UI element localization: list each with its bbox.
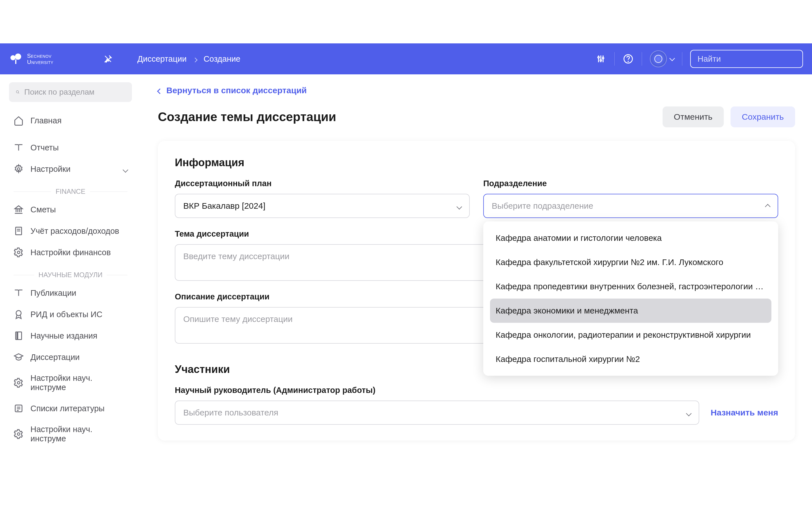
save-button[interactable]: Сохранить: [730, 107, 795, 127]
sidebar-item-rid[interactable]: РИД и объекты ИС: [9, 304, 132, 325]
sidebar: Главная Отчеты Настройки FINANCE: [0, 74, 141, 507]
plan-value: ВКР Бакалавр [2024]: [183, 201, 265, 211]
supervisor-label: Научный руководитель (Администратор рабо…: [175, 386, 778, 395]
sidebar-item-label: РИД и объекты ИС: [31, 310, 102, 319]
settings-sliders-icon[interactable]: [595, 53, 606, 64]
global-search-input[interactable]: [698, 54, 800, 64]
gear-icon: [13, 164, 24, 174]
dept-select[interactable]: Выберите подразделение: [483, 194, 778, 218]
journal-icon: [13, 331, 24, 341]
chevron-down-icon: [687, 408, 691, 417]
sidebar-item-label: Настройки финансов: [31, 248, 111, 257]
sidebar-item-accounting[interactable]: Учёт расходов/доходов: [9, 220, 132, 242]
chevron-down-icon: [457, 201, 461, 211]
chevron-up-icon: [766, 201, 770, 211]
back-link[interactable]: Вернуться в список диссертаций: [158, 86, 795, 95]
avatar: [650, 50, 667, 67]
bank-icon: [13, 205, 24, 215]
svg-point-12: [628, 61, 628, 62]
dept-option-1[interactable]: Кафедра факультетской хирургии №2 им. Г.…: [483, 250, 778, 274]
svg-point-9: [600, 60, 601, 61]
form-card: Информация Диссертационный план ВКР Бака…: [158, 141, 795, 441]
pin-icon[interactable]: [102, 53, 114, 64]
gear-icon: [13, 247, 24, 258]
dept-option-5[interactable]: Кафедра госпитальной хирургии №2: [483, 347, 778, 371]
sidebar-item-label: Диссертации: [31, 353, 80, 362]
header: Sechenov University Диссертации Создание: [0, 43, 812, 74]
page-title: Создание темы диссертации: [158, 110, 336, 124]
sidebar-item-estimates[interactable]: Сметы: [9, 199, 132, 220]
sidebar-item-label: Настройки науч. инструме: [31, 425, 128, 443]
svg-point-17: [17, 168, 20, 170]
dept-label: Подразделение: [483, 179, 778, 188]
sidebar-search-input[interactable]: [24, 88, 125, 97]
dept-dropdown: Кафедра анатомии и гистологии человека К…: [483, 221, 778, 376]
sidebar-section-finance: FINANCE: [9, 180, 132, 199]
book-icon: [13, 143, 24, 153]
receipt-icon: [13, 226, 24, 236]
svg-point-22: [16, 311, 21, 316]
section-title-info: Информация: [175, 157, 778, 169]
sidebar-item-bibliography[interactable]: Списки литературы: [9, 398, 132, 419]
chevron-right-icon: [193, 54, 197, 64]
user-menu[interactable]: [650, 50, 674, 67]
sidebar-item-settings[interactable]: Настройки: [9, 158, 132, 180]
sidebar-item-label: Главная: [31, 116, 61, 125]
sidebar-item-dissertations[interactable]: Диссертации: [9, 346, 132, 368]
cancel-button[interactable]: Отменить: [663, 107, 724, 127]
sidebar-item-sci-settings-2[interactable]: Настройки науч. инструме: [9, 419, 132, 449]
sidebar-item-label: Настройки: [31, 165, 70, 174]
search-icon: [16, 88, 20, 96]
plan-select[interactable]: ВКР Бакалавр [2024]: [175, 194, 470, 218]
sidebar-item-home[interactable]: Главная: [9, 110, 132, 131]
svg-point-10: [602, 57, 604, 59]
dept-option-3[interactable]: Кафедра экономики и менеджмента: [490, 298, 771, 323]
svg-point-30: [17, 433, 20, 436]
supervisor-select[interactable]: Выберите пользователя: [175, 400, 699, 425]
back-link-label: Вернуться в список диссертаций: [166, 86, 307, 95]
supervisor-placeholder: Выберите пользователя: [183, 408, 278, 417]
book-icon: [13, 288, 24, 298]
sidebar-item-label: Публикации: [31, 288, 77, 298]
breadcrumb-item-1: Создание: [204, 54, 241, 64]
sidebar-item-label: Отчеты: [31, 143, 59, 152]
global-search[interactable]: [690, 50, 803, 68]
svg-rect-24: [17, 332, 18, 340]
logo-text: Sechenov University: [27, 53, 53, 65]
cap-icon: [13, 352, 24, 362]
dept-placeholder: Выберите подразделение: [492, 201, 593, 211]
gear-icon: [13, 378, 24, 388]
svg-point-1: [15, 54, 21, 60]
gear-icon: [13, 429, 24, 439]
chevron-left-icon: [158, 86, 162, 95]
main: Вернуться в список диссертаций Создание …: [141, 74, 812, 507]
svg-line-16: [18, 93, 19, 94]
home-icon: [13, 115, 24, 126]
chevron-down-icon: [670, 56, 674, 61]
svg-point-0: [10, 55, 15, 60]
help-icon[interactable]: [622, 53, 634, 64]
logo[interactable]: Sechenov University: [9, 52, 53, 66]
assign-me-link[interactable]: Назначить меня: [711, 408, 778, 417]
sidebar-item-label: Научные издания: [31, 331, 97, 341]
award-icon: [13, 309, 24, 320]
sidebar-item-label: Списки литературы: [31, 404, 105, 413]
sidebar-item-publications[interactable]: Публикации: [9, 282, 132, 304]
plan-label: Диссертационный план: [175, 179, 470, 188]
sidebar-item-finance-settings[interactable]: Настройки финансов: [9, 242, 132, 263]
dept-option-4[interactable]: Кафедра онкологии, радиотерапии и реконс…: [483, 323, 778, 347]
svg-point-8: [598, 57, 599, 58]
chevron-down-icon: [123, 165, 128, 174]
breadcrumb-item-0[interactable]: Диссертации: [137, 54, 187, 64]
dept-option-0[interactable]: Кафедра анатомии и гистологии человека: [483, 226, 778, 250]
svg-point-15: [16, 91, 18, 93]
dept-option-2[interactable]: Кафедра пропедевтики внутренних болезней…: [483, 274, 778, 298]
sidebar-item-reports[interactable]: Отчеты: [9, 137, 132, 158]
sidebar-search[interactable]: [9, 82, 132, 102]
sidebar-item-sci-settings[interactable]: Настройки науч. инструме: [9, 368, 132, 398]
sidebar-item-journals[interactable]: Научные издания: [9, 325, 132, 346]
list-icon: [13, 403, 24, 413]
svg-rect-2: [15, 59, 16, 64]
breadcrumb: Диссертации Создание: [137, 54, 240, 64]
svg-point-21: [17, 251, 20, 254]
